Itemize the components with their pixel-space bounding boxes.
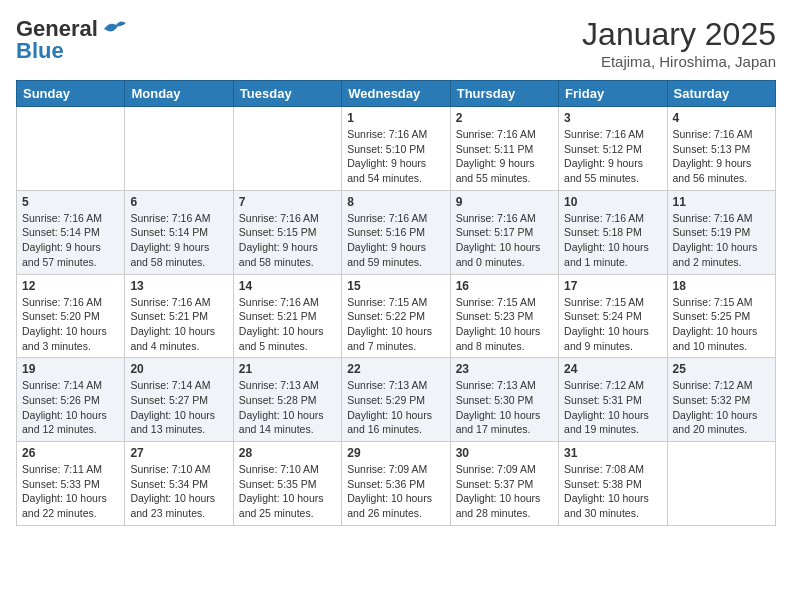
table-row: 13Sunrise: 7:16 AM Sunset: 5:21 PM Dayli… [125, 274, 233, 358]
table-row [667, 442, 775, 526]
table-row: 3Sunrise: 7:16 AM Sunset: 5:12 PM Daylig… [559, 107, 667, 191]
table-row: 12Sunrise: 7:16 AM Sunset: 5:20 PM Dayli… [17, 274, 125, 358]
day-number: 3 [564, 111, 661, 125]
table-row: 17Sunrise: 7:15 AM Sunset: 5:24 PM Dayli… [559, 274, 667, 358]
table-row: 4Sunrise: 7:16 AM Sunset: 5:13 PM Daylig… [667, 107, 775, 191]
day-info: Sunrise: 7:16 AM Sunset: 5:20 PM Dayligh… [22, 295, 119, 354]
day-number: 14 [239, 279, 336, 293]
day-info: Sunrise: 7:16 AM Sunset: 5:14 PM Dayligh… [22, 211, 119, 270]
table-row: 11Sunrise: 7:16 AM Sunset: 5:19 PM Dayli… [667, 190, 775, 274]
day-info: Sunrise: 7:16 AM Sunset: 5:21 PM Dayligh… [130, 295, 227, 354]
day-number: 27 [130, 446, 227, 460]
logo: General Blue [16, 16, 128, 64]
day-number: 23 [456, 362, 553, 376]
table-row [125, 107, 233, 191]
logo-blue: Blue [16, 38, 64, 64]
table-row: 30Sunrise: 7:09 AM Sunset: 5:37 PM Dayli… [450, 442, 558, 526]
day-info: Sunrise: 7:16 AM Sunset: 5:21 PM Dayligh… [239, 295, 336, 354]
day-info: Sunrise: 7:16 AM Sunset: 5:11 PM Dayligh… [456, 127, 553, 186]
table-row: 2Sunrise: 7:16 AM Sunset: 5:11 PM Daylig… [450, 107, 558, 191]
calendar-week-row: 19Sunrise: 7:14 AM Sunset: 5:26 PM Dayli… [17, 358, 776, 442]
calendar-week-row: 1Sunrise: 7:16 AM Sunset: 5:10 PM Daylig… [17, 107, 776, 191]
day-number: 5 [22, 195, 119, 209]
table-row: 18Sunrise: 7:15 AM Sunset: 5:25 PM Dayli… [667, 274, 775, 358]
day-info: Sunrise: 7:10 AM Sunset: 5:34 PM Dayligh… [130, 462, 227, 521]
day-info: Sunrise: 7:15 AM Sunset: 5:22 PM Dayligh… [347, 295, 444, 354]
table-row: 14Sunrise: 7:16 AM Sunset: 5:21 PM Dayli… [233, 274, 341, 358]
day-number: 13 [130, 279, 227, 293]
day-info: Sunrise: 7:16 AM Sunset: 5:13 PM Dayligh… [673, 127, 770, 186]
table-row: 22Sunrise: 7:13 AM Sunset: 5:29 PM Dayli… [342, 358, 450, 442]
day-number: 22 [347, 362, 444, 376]
day-info: Sunrise: 7:16 AM Sunset: 5:17 PM Dayligh… [456, 211, 553, 270]
day-number: 4 [673, 111, 770, 125]
day-info: Sunrise: 7:16 AM Sunset: 5:14 PM Dayligh… [130, 211, 227, 270]
day-number: 20 [130, 362, 227, 376]
day-number: 26 [22, 446, 119, 460]
day-info: Sunrise: 7:15 AM Sunset: 5:24 PM Dayligh… [564, 295, 661, 354]
day-number: 16 [456, 279, 553, 293]
day-info: Sunrise: 7:09 AM Sunset: 5:37 PM Dayligh… [456, 462, 553, 521]
day-info: Sunrise: 7:10 AM Sunset: 5:35 PM Dayligh… [239, 462, 336, 521]
table-row: 6Sunrise: 7:16 AM Sunset: 5:14 PM Daylig… [125, 190, 233, 274]
day-info: Sunrise: 7:16 AM Sunset: 5:18 PM Dayligh… [564, 211, 661, 270]
day-info: Sunrise: 7:15 AM Sunset: 5:23 PM Dayligh… [456, 295, 553, 354]
day-number: 18 [673, 279, 770, 293]
logo-bird-icon [102, 19, 128, 39]
page-container: General Blue January 2025 Etajima, Hiros… [0, 0, 792, 534]
day-number: 19 [22, 362, 119, 376]
day-number: 8 [347, 195, 444, 209]
calendar-subtitle: Etajima, Hiroshima, Japan [582, 53, 776, 70]
day-number: 30 [456, 446, 553, 460]
calendar-table: Sunday Monday Tuesday Wednesday Thursday… [16, 80, 776, 526]
table-row: 9Sunrise: 7:16 AM Sunset: 5:17 PM Daylig… [450, 190, 558, 274]
day-info: Sunrise: 7:13 AM Sunset: 5:30 PM Dayligh… [456, 378, 553, 437]
day-number: 21 [239, 362, 336, 376]
calendar-week-row: 12Sunrise: 7:16 AM Sunset: 5:20 PM Dayli… [17, 274, 776, 358]
header-thursday: Thursday [450, 81, 558, 107]
title-block: January 2025 Etajima, Hiroshima, Japan [582, 16, 776, 70]
table-row: 1Sunrise: 7:16 AM Sunset: 5:10 PM Daylig… [342, 107, 450, 191]
day-info: Sunrise: 7:11 AM Sunset: 5:33 PM Dayligh… [22, 462, 119, 521]
day-info: Sunrise: 7:13 AM Sunset: 5:29 PM Dayligh… [347, 378, 444, 437]
day-info: Sunrise: 7:12 AM Sunset: 5:32 PM Dayligh… [673, 378, 770, 437]
day-number: 7 [239, 195, 336, 209]
header-friday: Friday [559, 81, 667, 107]
day-info: Sunrise: 7:14 AM Sunset: 5:26 PM Dayligh… [22, 378, 119, 437]
table-row: 29Sunrise: 7:09 AM Sunset: 5:36 PM Dayli… [342, 442, 450, 526]
day-number: 11 [673, 195, 770, 209]
day-info: Sunrise: 7:16 AM Sunset: 5:10 PM Dayligh… [347, 127, 444, 186]
table-row: 7Sunrise: 7:16 AM Sunset: 5:15 PM Daylig… [233, 190, 341, 274]
table-row: 21Sunrise: 7:13 AM Sunset: 5:28 PM Dayli… [233, 358, 341, 442]
day-info: Sunrise: 7:09 AM Sunset: 5:36 PM Dayligh… [347, 462, 444, 521]
table-row: 10Sunrise: 7:16 AM Sunset: 5:18 PM Dayli… [559, 190, 667, 274]
day-info: Sunrise: 7:14 AM Sunset: 5:27 PM Dayligh… [130, 378, 227, 437]
header-sunday: Sunday [17, 81, 125, 107]
calendar-week-row: 26Sunrise: 7:11 AM Sunset: 5:33 PM Dayli… [17, 442, 776, 526]
table-row: 26Sunrise: 7:11 AM Sunset: 5:33 PM Dayli… [17, 442, 125, 526]
table-row: 20Sunrise: 7:14 AM Sunset: 5:27 PM Dayli… [125, 358, 233, 442]
day-info: Sunrise: 7:08 AM Sunset: 5:38 PM Dayligh… [564, 462, 661, 521]
table-row: 15Sunrise: 7:15 AM Sunset: 5:22 PM Dayli… [342, 274, 450, 358]
day-info: Sunrise: 7:13 AM Sunset: 5:28 PM Dayligh… [239, 378, 336, 437]
table-row [233, 107, 341, 191]
day-info: Sunrise: 7:12 AM Sunset: 5:31 PM Dayligh… [564, 378, 661, 437]
table-row: 19Sunrise: 7:14 AM Sunset: 5:26 PM Dayli… [17, 358, 125, 442]
table-row: 31Sunrise: 7:08 AM Sunset: 5:38 PM Dayli… [559, 442, 667, 526]
header-wednesday: Wednesday [342, 81, 450, 107]
day-info: Sunrise: 7:16 AM Sunset: 5:19 PM Dayligh… [673, 211, 770, 270]
table-row: 25Sunrise: 7:12 AM Sunset: 5:32 PM Dayli… [667, 358, 775, 442]
day-number: 12 [22, 279, 119, 293]
day-number: 1 [347, 111, 444, 125]
day-number: 28 [239, 446, 336, 460]
weekday-header-row: Sunday Monday Tuesday Wednesday Thursday… [17, 81, 776, 107]
table-row: 28Sunrise: 7:10 AM Sunset: 5:35 PM Dayli… [233, 442, 341, 526]
table-row [17, 107, 125, 191]
day-number: 9 [456, 195, 553, 209]
table-row: 5Sunrise: 7:16 AM Sunset: 5:14 PM Daylig… [17, 190, 125, 274]
day-info: Sunrise: 7:16 AM Sunset: 5:16 PM Dayligh… [347, 211, 444, 270]
day-info: Sunrise: 7:16 AM Sunset: 5:12 PM Dayligh… [564, 127, 661, 186]
table-row: 24Sunrise: 7:12 AM Sunset: 5:31 PM Dayli… [559, 358, 667, 442]
header-tuesday: Tuesday [233, 81, 341, 107]
day-number: 31 [564, 446, 661, 460]
